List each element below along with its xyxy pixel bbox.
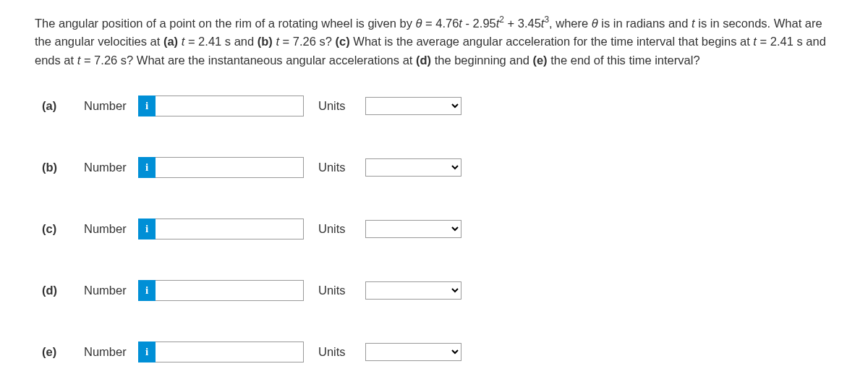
number-input-d[interactable] [156, 280, 304, 301]
units-select-a[interactable] [365, 97, 461, 115]
units-select-e[interactable] [365, 343, 461, 361]
info-icon[interactable]: i [138, 219, 156, 239]
units-label: Units [318, 284, 365, 297]
units-select-d[interactable] [365, 281, 461, 300]
info-icon[interactable]: i [138, 280, 156, 301]
answer-row-d: (d) Number i Units [42, 280, 839, 301]
number-input-c[interactable] [156, 219, 304, 239]
units-label: Units [318, 161, 365, 174]
answer-row-e: (e) Number i Units [42, 342, 839, 362]
units-select-c[interactable] [365, 220, 461, 238]
number-label: Number [84, 99, 138, 113]
number-input-b[interactable] [156, 157, 304, 178]
number-label: Number [84, 284, 138, 297]
answer-row-a: (a) Number i Units [42, 96, 839, 116]
part-label-d: (d) [42, 284, 84, 297]
part-label-e: (e) [42, 345, 84, 359]
part-label-a: (a) [42, 99, 84, 113]
number-label: Number [84, 222, 138, 236]
part-label-c: (c) [42, 222, 84, 236]
answer-rows: (a) Number i Units (b) Number i Units (c… [35, 96, 839, 362]
answer-row-b: (b) Number i Units [42, 157, 839, 178]
info-icon[interactable]: i [138, 342, 156, 362]
info-icon[interactable]: i [138, 157, 156, 178]
number-input-a[interactable] [156, 96, 304, 116]
number-label: Number [84, 345, 138, 359]
info-icon[interactable]: i [138, 96, 156, 116]
units-select-b[interactable] [365, 158, 461, 177]
units-label: Units [318, 222, 365, 236]
problem-statement: The angular position of a point on the r… [35, 13, 839, 69]
units-label: Units [318, 99, 365, 113]
number-input-e[interactable] [156, 342, 304, 362]
number-label: Number [84, 161, 138, 174]
units-label: Units [318, 345, 365, 359]
part-label-b: (b) [42, 161, 84, 174]
answer-row-c: (c) Number i Units [42, 219, 839, 239]
